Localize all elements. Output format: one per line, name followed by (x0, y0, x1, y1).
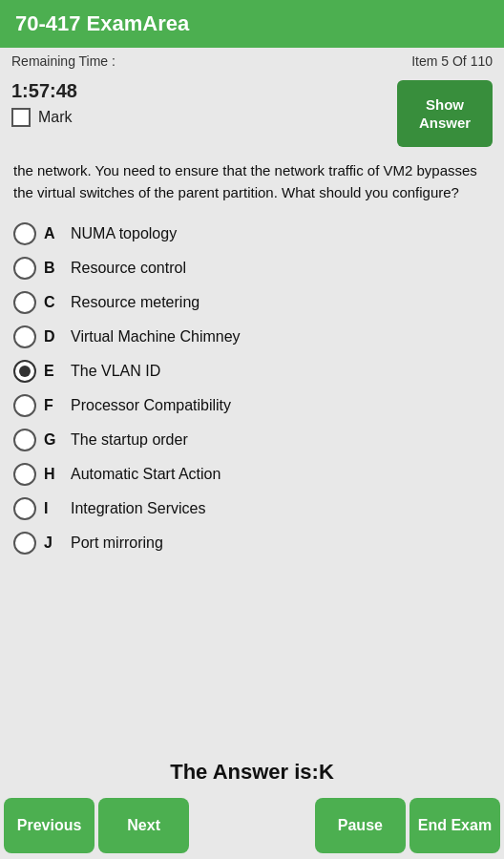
mark-checkbox[interactable] (11, 108, 31, 127)
radio-c[interactable] (13, 291, 36, 314)
radio-a[interactable] (13, 222, 36, 245)
option-text-d: Virtual Machine Chimney (71, 328, 241, 346)
option-row-i[interactable]: IIntegration Services (10, 492, 494, 526)
radio-i[interactable] (13, 497, 36, 520)
question-text: the network. You need to ensure that the… (0, 151, 504, 213)
spacer (193, 798, 311, 853)
option-row-a[interactable]: ANUMA topology (10, 217, 494, 251)
option-row-d[interactable]: DVirtual Machine Chimney (10, 320, 494, 354)
end-exam-button[interactable]: End Exam (410, 798, 500, 853)
option-letter-d: D (44, 328, 63, 346)
radio-j[interactable] (13, 532, 36, 555)
timer-display: 1:57:48 (11, 80, 77, 102)
radio-d[interactable] (13, 325, 36, 348)
bottom-bar: Previous Next Pause End Exam (0, 792, 504, 859)
option-row-e[interactable]: EThe VLAN ID (10, 354, 494, 388)
app-header: 70-417 ExamArea (0, 0, 504, 48)
option-letter-j: J (44, 534, 63, 552)
option-text-f: Processor Compatibility (71, 397, 231, 414)
option-letter-h: H (44, 466, 63, 483)
app-title: 70-417 ExamArea (15, 11, 489, 36)
answer-row: The Answer is:K (0, 748, 504, 792)
option-row-b[interactable]: BResource control (10, 251, 494, 285)
timer-row: 1:57:48 Mark Show Answer (0, 74, 504, 151)
option-text-e: The VLAN ID (71, 363, 160, 380)
options-container: ANUMA topologyBResource controlCResource… (0, 213, 504, 748)
radio-f[interactable] (13, 394, 36, 417)
radio-b[interactable] (13, 257, 36, 280)
option-letter-i: I (44, 500, 63, 517)
pause-button[interactable]: Pause (315, 798, 406, 853)
info-bar: Remaining Time : Item 5 Of 110 (0, 48, 504, 74)
option-letter-f: F (44, 397, 63, 414)
option-letter-e: E (44, 363, 63, 380)
option-letter-b: B (44, 260, 63, 277)
mark-row: Mark (11, 108, 77, 127)
radio-e[interactable] (13, 360, 36, 383)
option-text-a: NUMA topology (71, 225, 177, 242)
next-button[interactable]: Next (98, 798, 189, 853)
remaining-time-label: Remaining Time : (11, 53, 116, 69)
option-row-j[interactable]: JPort mirroring (10, 526, 494, 560)
option-letter-a: A (44, 225, 63, 242)
radio-h[interactable] (13, 463, 36, 486)
option-text-g: The startup order (71, 431, 188, 449)
option-text-j: Port mirroring (71, 534, 163, 552)
answer-text: The Answer is:K (170, 760, 334, 784)
option-row-g[interactable]: GThe startup order (10, 423, 494, 457)
option-row-f[interactable]: FProcessor Compatibility (10, 388, 494, 423)
show-answer-button[interactable]: Show Answer (397, 80, 493, 147)
option-text-c: Resource metering (71, 294, 200, 311)
option-text-b: Resource control (71, 260, 186, 277)
previous-button[interactable]: Previous (4, 798, 94, 853)
radio-g[interactable] (13, 429, 36, 451)
mark-label: Mark (38, 109, 73, 126)
item-count-label: Item 5 Of 110 (411, 53, 493, 69)
option-text-h: Automatic Start Action (71, 466, 220, 483)
option-letter-c: C (44, 294, 63, 311)
option-letter-g: G (44, 431, 63, 449)
option-text-i: Integration Services (71, 500, 205, 517)
timer-left: 1:57:48 Mark (11, 80, 77, 127)
option-row-h[interactable]: HAutomatic Start Action (10, 457, 494, 492)
option-row-c[interactable]: CResource metering (10, 285, 494, 320)
